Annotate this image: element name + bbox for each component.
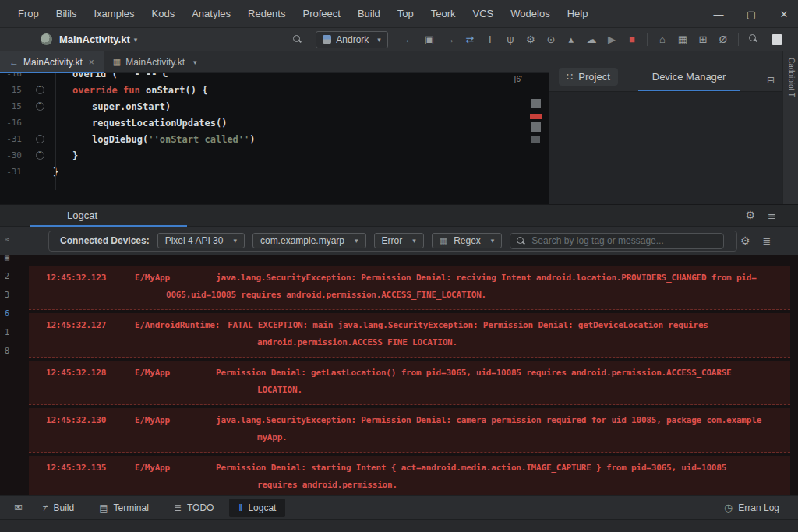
editor-tab-mainactivity-1[interactable]: ← MainActivity.kt × <box>0 51 104 72</box>
toolbar-divider <box>647 33 648 46</box>
menu-item-vcs[interactable]: VCS <box>464 5 503 23</box>
close-button[interactable]: ✕ <box>776 9 792 20</box>
fold-icon[interactable]: ˇ <box>36 151 44 160</box>
logcat-gutter-icon[interactable]: 3 <box>5 291 9 299</box>
run-disabled-icon[interactable]: ▶ <box>602 33 622 45</box>
logcat-gutter-icon[interactable]: ▣ <box>5 253 9 262</box>
logcat-gutter-icon[interactable]: ≈ <box>5 234 9 243</box>
log-line: 12:45:32.123E/MyAppjava.lang.SecurityExc… <box>29 270 790 287</box>
close-icon[interactable]: × <box>89 57 94 68</box>
tool-window-button-terminal[interactable]: ▤Terminal <box>90 499 158 517</box>
maximize-button[interactable]: ▢ <box>743 9 759 20</box>
inspect-code-icon[interactable]: ψ <box>500 33 521 45</box>
connected-devices-label: Connected Devices: <box>60 235 150 246</box>
stop-icon[interactable]: ■ <box>622 33 642 45</box>
menu-item-help[interactable]: Help <box>559 5 597 23</box>
search-icon[interactable] <box>293 33 302 47</box>
settings-gear-icon[interactable]: ⚙ <box>521 33 541 45</box>
log-search-box[interactable] <box>510 233 724 249</box>
right-tool-panel: ∷ Project Device Manager ⊟ <box>549 51 782 204</box>
gear-icon[interactable]: ⚙ <box>740 234 750 247</box>
run-target-icon[interactable]: ▣ <box>419 33 440 45</box>
tool-stripe-label[interactable]: Cadoipiot T <box>786 58 796 97</box>
menu-item-redents[interactable]: Redents <box>239 5 294 23</box>
avd-manager-icon[interactable]: ▴ <box>561 33 581 45</box>
menu-item-ixamples[interactable]: Ixamples <box>85 5 143 23</box>
gear-icon[interactable]: ⚙ <box>746 209 756 221</box>
search-everywhere-icon[interactable] <box>743 33 764 45</box>
tab-device-manager[interactable]: Device Manager <box>638 68 740 86</box>
fold-icon[interactable]: ˇ <box>36 102 44 111</box>
log-message: Permission Denial: getLastLocation() fro… <box>216 365 732 382</box>
chevron-down-icon: ▾ <box>355 237 358 245</box>
error-stripe-mark-red[interactable] <box>530 114 542 119</box>
tool-window-button-todo[interactable]: ≣TODO <box>164 499 224 517</box>
chevron-down-icon: ▾ <box>134 36 138 44</box>
build-project-icon[interactable]: ⌂ <box>652 33 673 45</box>
log-level-dropdown[interactable]: Error ▾ <box>374 233 424 248</box>
fold-icon[interactable]: ˇ <box>36 135 44 143</box>
minimize-button[interactable]: — <box>711 9 726 20</box>
filter-icon[interactable]: ≣ <box>768 210 776 221</box>
notifications-icon[interactable] <box>772 34 782 45</box>
error-stripe-mark[interactable] <box>531 136 540 143</box>
log-search-input[interactable] <box>531 235 717 246</box>
menu-item-top[interactable]: Top <box>389 5 422 23</box>
logcat-gutter-icon[interactable]: 6 <box>5 309 9 318</box>
log-entry: 12:45:32.130E/MyAppjava.lang.SecurityExc… <box>29 408 790 453</box>
profiler-icon[interactable]: Ø <box>713 33 733 45</box>
event-log-button[interactable]: ◷ Erran Log <box>724 502 779 513</box>
sync-project-icon[interactable]: ⇄ <box>460 33 480 45</box>
back-arrow-icon[interactable]: ← <box>399 33 419 45</box>
column-selection-icon[interactable]: I <box>480 33 500 45</box>
device-dropdown[interactable]: Pixel 4 API 30 ▾ <box>157 233 245 248</box>
terminal-icon: ▤ <box>99 502 108 513</box>
attach-debugger-icon[interactable]: ⊞ <box>693 33 713 45</box>
editor-tab-mainactivity-2[interactable]: ▦ MainActivity.kt ▾ <box>104 51 207 72</box>
line-number: -30 <box>0 150 31 160</box>
code-lines: -16overid ('' - -- C'15ˇoverride fun onS… <box>0 73 549 180</box>
menu-item-kods[interactable]: Kods <box>143 5 184 23</box>
code-text: super.onStart) <box>48 101 171 112</box>
gutter-fold-column: ˇ <box>31 135 48 143</box>
logcat-gutter-icon[interactable]: 2 <box>5 272 9 280</box>
code-line: 15ˇoverride fun onStart() { <box>0 82 549 98</box>
mail-icon[interactable]: ✉ <box>14 502 23 513</box>
logcat-gutter-icon[interactable]: 8 <box>5 347 9 355</box>
menu-item-profeect[interactable]: Profeect <box>294 5 348 23</box>
tool-window-label: Build <box>54 502 75 513</box>
filter-icon[interactable]: ≣ <box>763 235 772 247</box>
error-stripe-mark[interactable] <box>531 122 541 132</box>
regex-dropdown[interactable]: ▦ Regex ▾ <box>432 233 503 248</box>
forward-arrow-icon[interactable]: → <box>440 33 460 45</box>
device-manager-icon[interactable]: ☁ <box>581 33 602 45</box>
code-text: requestLocationUpdates() <box>48 118 227 129</box>
package-dropdown[interactable]: com.example.myarp ▾ <box>252 233 366 248</box>
tool-window-button-logcat[interactable]: ‖Logcat <box>229 499 285 517</box>
menu-item-bilils[interactable]: Bilils <box>48 5 86 23</box>
panel-options-icon[interactable]: ⊟ <box>767 75 775 86</box>
log-tag: E/MyApp <box>135 412 216 429</box>
menu-item-build[interactable]: Build <box>349 5 389 23</box>
menu-item-anatyles[interactable]: Anatyles <box>183 5 239 23</box>
code-editor[interactable]: -16overid ('' - -- C'15ˇoverride fun onS… <box>0 73 549 204</box>
logcat-output[interactable]: ≈▣23618 12:45:32.123E/MyAppjava.lang.Sec… <box>0 255 798 496</box>
device-selector[interactable]: Andrork ▾ <box>316 31 388 48</box>
logcat-gutter-icon[interactable]: 1 <box>5 328 9 336</box>
logcat-tab[interactable]: Logcat <box>67 210 97 221</box>
device-selector-value: Andrork <box>336 34 369 45</box>
log-message: java.lang.SecurityException: Permission … <box>216 412 761 429</box>
menu-item-frop[interactable]: Frop <box>9 5 48 23</box>
capture-screen-icon[interactable]: ▦ <box>673 33 693 45</box>
tab-project[interactable]: ∷ Project <box>559 68 618 86</box>
logcat-side-toolbar: ≈▣23618 <box>0 231 14 355</box>
fold-icon[interactable]: ˇ <box>36 86 44 94</box>
menu-item-teork[interactable]: Teork <box>422 5 464 23</box>
error-stripe-mark[interactable] <box>531 99 541 108</box>
run-configuration-selector[interactable]: MainActivity.kt <box>59 33 130 45</box>
chevron-down-icon: ▾ <box>491 237 495 245</box>
run-anything-icon[interactable]: ⊙ <box>541 33 561 45</box>
tool-window-button-build[interactable]: ≠Build <box>34 499 83 517</box>
menu-item-wodelos[interactable]: Wodelos <box>502 5 558 23</box>
gutter-fold-column: ˇ <box>31 86 48 94</box>
